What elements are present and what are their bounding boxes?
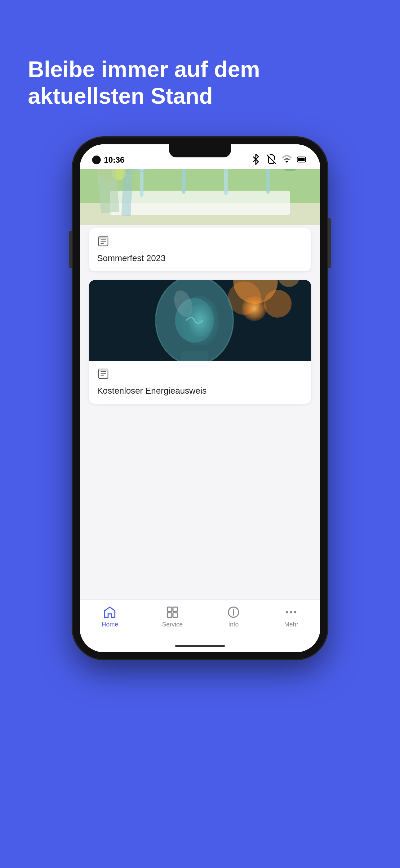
news-icon: [97, 235, 109, 247]
nav-label-home: Home: [102, 621, 118, 628]
home-bar: [175, 645, 225, 647]
nav-item-home[interactable]: Home: [102, 606, 118, 628]
wifi-icon: [281, 154, 292, 165]
card-image-bulb: [89, 280, 311, 361]
home-nav-icon: [103, 606, 116, 619]
svg-point-46: [286, 611, 288, 613]
phone-mockup: 10:36: [73, 137, 327, 659]
card-title-sommerfest: Sommerfest 2023: [97, 253, 303, 263]
bluetooth-icon: [250, 154, 261, 165]
svg-point-48: [294, 611, 296, 613]
svg-point-26: [264, 290, 292, 318]
hero-title: Bleibe immer auf dem aktuellsten Stand: [28, 56, 372, 110]
nav-item-service[interactable]: Service: [162, 606, 183, 628]
nav-label-mehr: Mehr: [284, 621, 299, 628]
news-icon-2: [97, 368, 109, 380]
bell-off-icon: [266, 154, 277, 165]
svg-rect-41: [167, 613, 172, 617]
camera-icon: [92, 156, 101, 164]
hero-section: Bleibe immer auf dem aktuellsten Stand: [0, 0, 400, 128]
time-display: 10:36: [104, 155, 125, 165]
status-icons: [250, 154, 308, 165]
service-nav-icon: [166, 606, 179, 619]
phone-screen: 10:36: [80, 144, 320, 652]
nav-item-mehr[interactable]: Mehr: [284, 606, 299, 628]
nav-label-info: Info: [228, 621, 238, 628]
svg-rect-40: [173, 607, 178, 612]
svg-point-29: [156, 280, 233, 361]
notch: [169, 144, 231, 157]
battery-icon: [297, 154, 308, 165]
bottom-nav: Home Service Info: [80, 599, 320, 640]
card-icon-energie: [97, 368, 303, 383]
home-indicator: [80, 640, 320, 652]
svg-rect-38: [99, 369, 108, 371]
bulb-illustration: [89, 280, 311, 361]
card-energie[interactable]: Kostenloser Energieausweis: [89, 280, 311, 404]
card-title-energie: Kostenloser Energieausweis: [97, 386, 303, 396]
info-nav-icon: [227, 606, 240, 619]
more-nav-icon: [284, 606, 298, 619]
svg-rect-30: [180, 351, 208, 361]
svg-rect-39: [167, 607, 172, 612]
screen-content[interactable]: Aktuelle Neuigkeiten Aktuelles Veranstal…: [80, 169, 320, 599]
nav-label-service: Service: [162, 621, 183, 628]
svg-rect-2: [298, 158, 305, 161]
status-time: 10:36: [92, 155, 125, 165]
card-body-sommerfest: Sommerfest 2023: [89, 228, 311, 271]
svg-point-47: [290, 611, 292, 613]
svg-rect-23: [99, 237, 108, 239]
card-sommerfest[interactable]: Sommerfest 2023: [89, 228, 311, 271]
card-body-energie: Kostenloser Energieausweis: [89, 361, 311, 404]
card-icon-sommerfest: [97, 235, 303, 250]
nav-item-info[interactable]: Info: [227, 606, 240, 628]
svg-rect-42: [173, 613, 178, 617]
